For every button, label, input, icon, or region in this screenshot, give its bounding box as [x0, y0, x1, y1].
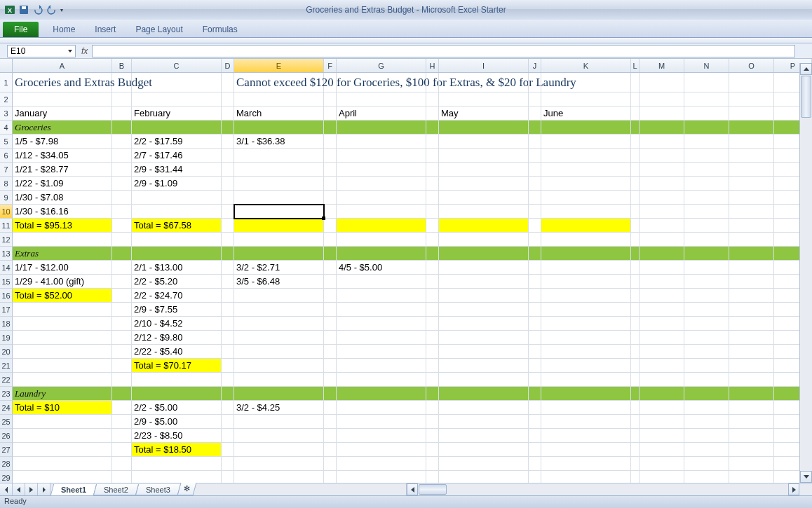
cell-E3[interactable]: March: [234, 107, 324, 121]
cell-G8[interactable]: [337, 177, 426, 191]
cell-O14[interactable]: [729, 261, 774, 275]
cell-J2[interactable]: [529, 92, 541, 107]
row-header-23[interactable]: 23: [0, 387, 13, 401]
cell-E18[interactable]: [234, 317, 324, 331]
cell-C9[interactable]: [132, 191, 222, 205]
cell-F16[interactable]: [324, 289, 337, 303]
cell-L24[interactable]: [631, 401, 640, 415]
column-header-M[interactable]: M: [640, 59, 684, 72]
cell-E14[interactable]: 3/2 - $2.71: [234, 261, 324, 275]
cell-J8[interactable]: [529, 177, 541, 191]
cell-L17[interactable]: [631, 303, 640, 317]
cell-A6[interactable]: 1/12 - $34.05: [13, 149, 112, 163]
cell-K24[interactable]: [541, 401, 631, 415]
cell-N15[interactable]: [684, 275, 729, 289]
cell-O17[interactable]: [729, 303, 774, 317]
cell-B4[interactable]: [112, 121, 132, 135]
sheet-tab-sheet3[interactable]: Sheet3: [135, 484, 181, 495]
row-header-27[interactable]: 27: [0, 443, 13, 457]
cell-A13[interactable]: Extras: [13, 247, 112, 261]
cell-F8[interactable]: [324, 177, 337, 191]
cell-G21[interactable]: [337, 359, 426, 373]
sheet-nav-first[interactable]: [0, 483, 13, 495]
cell-F4[interactable]: [324, 121, 337, 135]
cell-K1[interactable]: [541, 73, 631, 92]
cell-L1[interactable]: [631, 73, 640, 92]
cell-K27[interactable]: [541, 443, 631, 457]
cell-F27[interactable]: [324, 443, 337, 457]
cell-G11[interactable]: [337, 219, 426, 233]
cell-G22[interactable]: [337, 373, 426, 387]
cell-K12[interactable]: [541, 233, 631, 247]
cell-L12[interactable]: [631, 233, 640, 247]
cell-H12[interactable]: [426, 233, 439, 247]
cell-A25[interactable]: [13, 415, 112, 429]
cell-L25[interactable]: [631, 415, 640, 429]
cell-M18[interactable]: [640, 317, 684, 331]
row-header-24[interactable]: 24: [0, 401, 13, 415]
qat-dropdown-icon[interactable]: ▾: [60, 7, 63, 13]
cell-O4[interactable]: [729, 121, 774, 135]
cell-H25[interactable]: [426, 415, 439, 429]
cell-J6[interactable]: [529, 149, 541, 163]
cell-M26[interactable]: [640, 429, 684, 443]
cell-O21[interactable]: [729, 359, 774, 373]
cell-N19[interactable]: [684, 331, 729, 345]
cell-C21[interactable]: Total = $70.17: [132, 359, 222, 373]
cell-B1[interactable]: [112, 73, 132, 92]
row-header-15[interactable]: 15: [0, 275, 13, 289]
cell-B9[interactable]: [112, 191, 132, 205]
cell-G18[interactable]: [337, 317, 426, 331]
cell-K17[interactable]: [541, 303, 631, 317]
cell-E16[interactable]: [234, 289, 324, 303]
cell-L16[interactable]: [631, 289, 640, 303]
cell-A19[interactable]: [13, 331, 112, 345]
cell-C27[interactable]: Total = $18.50: [132, 443, 222, 457]
cell-C18[interactable]: 2/10 - $4.52: [132, 317, 222, 331]
cell-K16[interactable]: [541, 289, 631, 303]
cell-M15[interactable]: [640, 275, 684, 289]
row-header-1[interactable]: 1: [0, 73, 13, 92]
cell-B11[interactable]: [112, 219, 132, 233]
cell-A24[interactable]: Total = $10: [13, 401, 112, 415]
cell-M8[interactable]: [640, 177, 684, 191]
cell-O25[interactable]: [729, 415, 774, 429]
cell-C3[interactable]: February: [132, 107, 222, 121]
cell-M1[interactable]: [640, 73, 684, 92]
cell-O3[interactable]: [729, 107, 774, 121]
cell-I22[interactable]: [439, 373, 529, 387]
column-header-J[interactable]: J: [529, 59, 541, 72]
cell-I11[interactable]: [439, 219, 529, 233]
cell-B3[interactable]: [112, 107, 132, 121]
formula-bar[interactable]: [92, 45, 795, 57]
cell-L19[interactable]: [631, 331, 640, 345]
cell-M20[interactable]: [640, 345, 684, 359]
cell-I3[interactable]: May: [439, 107, 529, 121]
cell-L15[interactable]: [631, 275, 640, 289]
cell-L3[interactable]: [631, 107, 640, 121]
cell-C22[interactable]: [132, 373, 222, 387]
cell-J19[interactable]: [529, 331, 541, 345]
cell-J3[interactable]: [529, 107, 541, 121]
cell-N18[interactable]: [684, 317, 729, 331]
cell-G15[interactable]: [337, 275, 426, 289]
cell-A16[interactable]: Total = $52.00: [13, 289, 112, 303]
row-header-17[interactable]: 17: [0, 303, 13, 317]
cell-C16[interactable]: 2/2 - $24.70: [132, 289, 222, 303]
cell-F26[interactable]: [324, 429, 337, 443]
row-header-20[interactable]: 20: [0, 345, 13, 359]
cell-M7[interactable]: [640, 163, 684, 177]
cell-E17[interactable]: [234, 303, 324, 317]
cell-E1[interactable]: Cannot exceed $120 for Groceries, $100 f…: [234, 73, 324, 92]
cell-A9[interactable]: 1/30 - $7.08: [13, 191, 112, 205]
cell-H8[interactable]: [426, 177, 439, 191]
cell-M17[interactable]: [640, 303, 684, 317]
cell-M27[interactable]: [640, 443, 684, 457]
cell-G24[interactable]: [337, 401, 426, 415]
cell-D22[interactable]: [222, 373, 234, 387]
scroll-down-button[interactable]: [800, 471, 812, 483]
sheet-nav-prev[interactable]: [13, 483, 25, 495]
vscroll-thumb[interactable]: [801, 76, 811, 118]
row-header-25[interactable]: 25: [0, 415, 13, 429]
cell-M28[interactable]: [640, 457, 684, 471]
